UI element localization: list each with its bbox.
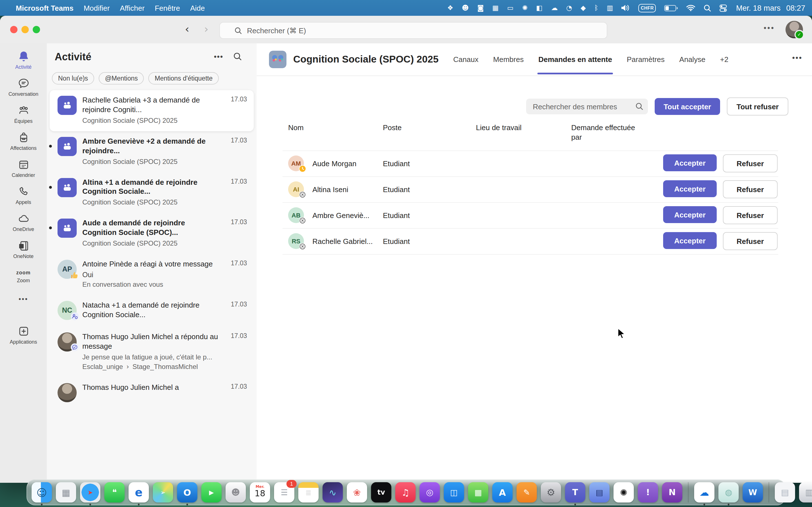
photos-dock-icon[interactable]: ❀ xyxy=(347,482,367,503)
freeform-wave-dock-icon[interactable]: ∿ xyxy=(322,482,343,503)
wifi-icon[interactable] xyxy=(687,4,696,11)
chatgpt-dock-icon[interactable]: ✺ xyxy=(613,482,634,503)
chatgpt-icon[interactable]: ✺ xyxy=(522,4,527,12)
tab-membres[interactable]: Membres xyxy=(493,45,523,74)
menu-afficher[interactable]: Afficher xyxy=(120,4,145,12)
display-icon[interactable]: ▭ xyxy=(507,4,514,12)
mindnode-dock-icon[interactable]: ◍ xyxy=(718,482,739,503)
messages-dock-icon[interactable]: ❝ xyxy=(104,482,124,503)
calendar-dock-icon[interactable]: Mer. 18 xyxy=(250,482,270,503)
refuse-all-button[interactable]: Tout refuser xyxy=(727,98,788,115)
pages-dock-icon[interactable]: ✎ xyxy=(516,482,537,503)
menu-bar-date[interactable]: Mer. 18 mars xyxy=(736,4,781,12)
refuse-button[interactable]: Refuser xyxy=(723,207,777,224)
onenote-dock-icon[interactable]: N xyxy=(662,482,682,503)
battery-icon[interactable] xyxy=(665,5,678,11)
close-window-button[interactable] xyxy=(10,26,17,33)
dropbox-icon[interactable]: ❖ xyxy=(447,4,453,12)
keypad-capsule-icon[interactable]: ▦ xyxy=(492,4,499,12)
table-row[interactable]: AI Altina Iseni Etudiant xyxy=(283,176,778,202)
spotlight-icon[interactable] xyxy=(704,4,711,11)
zoom-window-button[interactable] xyxy=(33,26,40,33)
control-center-icon[interactable] xyxy=(720,4,727,11)
table-row[interactable]: AM Aude Morgan Etudiant xyxy=(283,151,778,176)
finder-dock-icon[interactable]: ☺ xyxy=(32,482,52,503)
minimize-window-button[interactable] xyxy=(21,26,29,33)
app-store-dock-icon[interactable]: A xyxy=(492,482,513,503)
numbers-dock-icon[interactable]: ▦ xyxy=(468,482,488,503)
refuse-button[interactable]: Refuser xyxy=(723,232,777,250)
activity-item[interactable]: Thomas Hugo Julien Michel a 17.03 xyxy=(50,378,254,409)
accept-all-button[interactable]: Tout accepter xyxy=(655,98,720,115)
forward-button[interactable]: › xyxy=(204,22,208,35)
activity-item[interactable]: Rachelle Gabriela +3 a demandé de rejoin… xyxy=(50,90,254,131)
share-bubble-icon[interactable]: ◆ xyxy=(580,4,586,12)
sidebar-item-assignments[interactable]: Affectations xyxy=(0,131,47,151)
volume-icon[interactable] xyxy=(622,4,630,11)
reminders-dock-icon[interactable]: ☰ 1 xyxy=(274,482,294,503)
onedrive-dock-icon[interactable]: ☁ xyxy=(694,482,714,503)
activity-more-button[interactable]: ••• xyxy=(214,52,223,61)
sidebar-item-apps[interactable]: Applications xyxy=(0,325,47,345)
activity-item[interactable]: Altina +1 a demandé de rejoindre Cogniti… xyxy=(50,172,254,213)
keynote-dock-icon[interactable]: ◫ xyxy=(444,482,464,503)
filter-unread[interactable]: Non lu(e)s xyxy=(52,72,94,84)
podcasts-dock-icon[interactable]: ◎ xyxy=(419,482,440,503)
activity-search-button[interactable] xyxy=(234,52,242,61)
timer-icon[interactable]: ◔ xyxy=(566,4,572,12)
refuse-button[interactable]: Refuser xyxy=(723,180,777,199)
sidebar-item-onenote[interactable]: N OneNote xyxy=(0,239,47,259)
safari-dock-icon[interactable]: ➤ xyxy=(80,482,100,503)
teams-presence-icon[interactable]: ☻ xyxy=(462,4,469,12)
remote-keypad-dock-icon[interactable]: ▤ xyxy=(589,482,610,503)
cloud-app-icon[interactable]: ☁ xyxy=(551,4,558,12)
filter-tag-mentions[interactable]: Mentions d'étiquette xyxy=(149,72,219,84)
activity-item[interactable]: Thomas Hugo Julien Michel a répondu au m… xyxy=(50,327,254,378)
stamp-icon[interactable]: ◙ xyxy=(477,4,484,12)
outlook-dock-icon[interactable]: O xyxy=(177,482,197,503)
tab-parametres[interactable]: Paramètres xyxy=(627,45,665,74)
activity-item[interactable]: Aude a demandé de rejoindre Cognition So… xyxy=(50,213,254,255)
sidebar-item-zoom[interactable]: zoom Zoom xyxy=(0,267,47,283)
sidebar-item-onedrive[interactable]: OneDrive xyxy=(0,212,47,232)
activity-item[interactable]: AP Antoine Pinède a réagi à votre messag… xyxy=(50,254,254,295)
table-row[interactable]: AB Ambre Geneviè... Etudiant xyxy=(283,202,778,228)
member-search-input[interactable]: Rechercher des membres xyxy=(526,99,648,114)
sidebar-item-calls[interactable]: Appels xyxy=(0,185,47,205)
accept-button[interactable]: Accepter xyxy=(663,180,717,198)
refuse-button[interactable]: Refuser xyxy=(723,155,777,173)
table-row[interactable]: RS Rachelle Gabriel... Etudiant xyxy=(283,228,778,255)
global-search-input[interactable]: Rechercher (⌘ E) xyxy=(219,22,607,39)
sidebar-item-calendar[interactable]: Calendrier xyxy=(0,158,47,178)
edge-dock-icon[interactable]: e xyxy=(129,482,149,503)
accept-button[interactable]: Accepter xyxy=(663,155,717,172)
sidebar-item-activity[interactable]: Activité xyxy=(0,50,47,70)
contacts-dock-icon[interactable]: ☻ xyxy=(225,482,246,503)
window-more-options-button[interactable]: ••• xyxy=(764,24,775,32)
menu-aide[interactable]: Aide xyxy=(190,4,205,12)
menu-modifier[interactable]: Modifier xyxy=(84,4,110,12)
user-avatar[interactable]: ✓ xyxy=(785,21,803,38)
window-split-icon[interactable]: ◧ xyxy=(536,4,543,12)
teams-dock-icon[interactable]: T xyxy=(565,482,585,503)
filter-mentions[interactable]: @Mentions xyxy=(99,72,144,84)
apple-tv-dock-icon[interactable]: tv xyxy=(371,482,391,503)
tab-canaux[interactable]: Canaux xyxy=(453,45,478,74)
accept-button[interactable]: Accepter xyxy=(663,207,717,223)
maps-dock-icon[interactable]: ➢ xyxy=(153,482,173,503)
sidebar-more-apps[interactable]: ••• xyxy=(0,291,47,307)
sidebar-item-chat[interactable]: Conversation xyxy=(0,77,47,97)
bluetooth-icon[interactable]: ᛒ xyxy=(594,4,598,12)
music-dock-icon[interactable]: ♫ xyxy=(395,482,416,503)
sidebar-item-teams[interactable]: Équipes xyxy=(0,104,47,124)
word-dock-icon[interactable]: W xyxy=(743,482,763,503)
downloads-document-dock-icon[interactable]: ▤ xyxy=(775,482,795,503)
activity-item[interactable]: Ambre Geneviève +2 a demandé de rejoindr… xyxy=(50,131,254,172)
barcode-icon[interactable]: ▥ xyxy=(607,4,613,12)
menu-app-name[interactable]: Microsoft Teams xyxy=(16,4,73,12)
tab-analyse[interactable]: Analyse xyxy=(679,45,705,74)
tab-overflow-count[interactable]: +2 xyxy=(720,45,728,74)
notes-dock-icon[interactable]: ≣ xyxy=(298,482,319,503)
accept-button[interactable]: Accepter xyxy=(663,232,717,249)
facetime-dock-icon[interactable]: ▶ xyxy=(201,482,221,503)
